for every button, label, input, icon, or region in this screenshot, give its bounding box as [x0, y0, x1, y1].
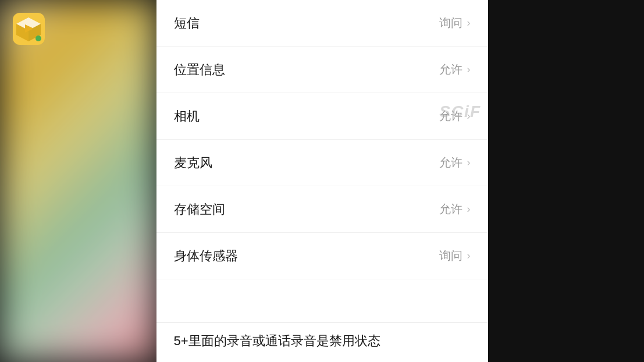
settings-right-storage: 允许 ›	[439, 201, 471, 217]
svg-point-6	[35, 36, 41, 41]
settings-item-sms[interactable]: 短信 询问 ›	[156, 0, 488, 47]
settings-item-location[interactable]: 位置信息 允许 ›	[156, 47, 488, 93]
app-logo	[13, 13, 45, 45]
subtitle-text: 5+里面的录音或通话录音是禁用状态	[174, 332, 471, 350]
settings-status-location: 允许	[439, 62, 462, 77]
settings-label-sensor: 身体传感器	[174, 247, 238, 265]
logo-svg	[13, 13, 45, 45]
settings-label-microphone: 麦克风	[174, 154, 212, 172]
subtitle-area: 5+里面的录音或通话录音是禁用状态	[156, 322, 488, 362]
settings-right-sms: 询问 ›	[439, 15, 471, 31]
settings-item-camera[interactable]: 相机 允许 ›	[156, 93, 488, 140]
settings-right-microphone: 允许 ›	[439, 155, 471, 171]
chevron-icon-microphone: ›	[467, 157, 471, 169]
phone-frame: 短信 询问 › 位置信息 允许 › 相机 允许 ›	[156, 0, 488, 362]
settings-list: 短信 询问 › 位置信息 允许 › 相机 允许 ›	[156, 0, 488, 322]
settings-label-camera: 相机	[174, 108, 200, 125]
settings-item-storage[interactable]: 存储空间 允许 ›	[156, 186, 488, 233]
settings-label-sms: 短信	[174, 15, 200, 32]
settings-right-sensor: 询问 ›	[439, 248, 471, 264]
settings-item-microphone[interactable]: 麦克风 允许 ›	[156, 140, 488, 186]
settings-item-sensor[interactable]: 身体传感器 询问 ›	[156, 233, 488, 279]
settings-right-location: 允许 ›	[439, 62, 471, 77]
settings-label-location: 位置信息	[174, 61, 225, 79]
chevron-icon-location: ›	[467, 63, 471, 76]
chevron-icon-sensor: ›	[467, 250, 471, 262]
settings-status-storage: 允许	[439, 201, 462, 217]
outer-wrapper: SCiF 短信 询问 › 位置信息 允许 ›	[0, 0, 644, 362]
settings-status-microphone: 允许	[439, 155, 462, 171]
chevron-icon-sms: ›	[467, 17, 471, 29]
chevron-icon-storage: ›	[467, 203, 471, 215]
watermark: SCiF	[439, 102, 481, 121]
bg-right	[487, 0, 644, 362]
bg-left	[0, 0, 157, 362]
settings-status-sensor: 询问	[439, 248, 462, 264]
settings-status-sms: 询问	[439, 15, 462, 31]
settings-label-storage: 存储空间	[174, 201, 225, 218]
